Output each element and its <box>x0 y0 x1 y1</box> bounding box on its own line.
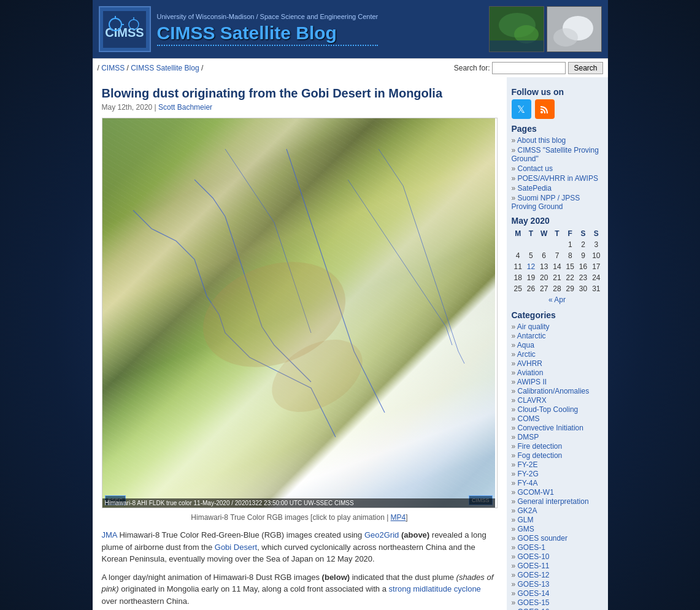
category-link[interactable]: Aqua <box>512 341 603 349</box>
pages-list-item[interactable]: Contact us <box>512 164 603 173</box>
svg-text:CIMSS: CIMSS <box>105 26 144 39</box>
category-link[interactable]: Fog detection <box>512 451 603 460</box>
post-author-link[interactable]: Scott Bachmeier <box>158 103 212 112</box>
calendar-row: 11121314151617 <box>512 261 603 272</box>
above-label: (above) <box>401 530 429 539</box>
post-title: Blowing dust originating from the Gobi D… <box>102 86 498 101</box>
category-link[interactable]: General interpretation <box>512 497 603 506</box>
rss-icon[interactable] <box>535 99 555 119</box>
pages-list-item[interactable]: Suomi NPP / JPSS Proving Ground <box>512 194 603 211</box>
categories-list: Air qualityAntarcticAquaArcticAVHRRAviat… <box>512 322 603 610</box>
breadcrumb: / CIMSS / CIMSS Satellite Blog / <box>98 64 204 72</box>
follow-icons: 𝕏 <box>512 99 603 119</box>
category-link[interactable]: FY-2E <box>512 460 603 469</box>
mp4-link[interactable]: MP4 <box>391 513 406 522</box>
university-line: University of Wisconsin-Madison / Space … <box>157 13 379 20</box>
calendar-nav: « Apr <box>512 294 603 305</box>
calendar-title: May 2020 <box>512 216 603 226</box>
content-area: Blowing dust originating from the Gobi D… <box>93 77 608 610</box>
pages-list-item[interactable]: SatePedia <box>512 184 603 193</box>
category-link[interactable]: GLM <box>512 516 603 524</box>
category-link[interactable]: GK2A <box>512 506 603 515</box>
category-link[interactable]: AVHRR <box>512 359 603 368</box>
search-area: Search for: Search <box>454 62 603 74</box>
main-content: Blowing dust originating from the Gobi D… <box>93 77 507 610</box>
post-satellite-image[interactable]: SSEC CIMSS Himawari-8 AHI FLDK true colo… <box>102 118 495 508</box>
category-link[interactable]: CLAVRX <box>512 396 603 405</box>
calendar-row: 123 <box>512 239 603 250</box>
calendar-row: 18192021222324 <box>512 272 603 283</box>
header-satellite-image-2 <box>547 6 602 52</box>
search-button[interactable]: Search <box>568 62 602 74</box>
image-caption-bar: Himawari-8 AHI FLDK true color 11-May-20… <box>102 498 495 508</box>
category-link[interactable]: Calibration/Anomalies <box>512 387 603 395</box>
category-link[interactable]: Antarctic <box>512 332 603 340</box>
sidebar: Follow us on 𝕏 Pages About this <box>507 77 608 610</box>
category-link[interactable]: FY-4A <box>512 479 603 487</box>
category-link[interactable]: Aviation <box>512 368 603 377</box>
calendar-row: 45678910 <box>512 250 603 261</box>
geo2grid-link[interactable]: Geo2Grid <box>364 530 399 539</box>
category-link[interactable]: FY-2G <box>512 470 603 478</box>
calendar-headers: MTWTFSS <box>512 228 603 239</box>
site-title: CIMSS Satellite Blog <box>157 23 379 46</box>
category-link[interactable]: GOES-13 <box>512 580 603 589</box>
post-paragraph-1: JMA Himawari-8 True Color Red-Green-Blue… <box>102 529 498 565</box>
follow-title: Follow us on <box>512 87 603 97</box>
category-link[interactable]: GOES-15 <box>512 598 603 607</box>
svg-rect-10 <box>490 40 544 52</box>
gobi-desert-link[interactable]: Gobi Desert <box>215 543 257 552</box>
category-link[interactable]: GOES-10 <box>512 552 603 561</box>
post-meta: May 12th, 2020 | Scott Bachmeier <box>102 103 498 112</box>
jma-link[interactable]: JMA <box>102 530 117 539</box>
category-link[interactable]: Convective Initiation <box>512 424 603 432</box>
calendar-day-link[interactable]: 12 <box>527 262 535 271</box>
category-link[interactable]: GOES-11 <box>512 562 603 570</box>
category-link[interactable]: Fire detection <box>512 442 603 451</box>
post-date: May 12th, 2020 <box>102 103 153 112</box>
category-link[interactable]: Air quality <box>512 322 603 331</box>
cyclone-link[interactable]: strong midlatitude cyclone <box>389 584 481 593</box>
pages-list: About this blogCIMSS "Satellite Proving … <box>512 136 603 211</box>
categories-title: Categories <box>512 310 603 320</box>
category-link[interactable]: GOES-12 <box>512 571 603 579</box>
image-bar-text: Himawari-8 AHI FLDK true color 11-May-20… <box>105 500 354 506</box>
cimss-link[interactable]: CIMSS <box>101 64 125 72</box>
nav-bar: / CIMSS / CIMSS Satellite Blog / Search … <box>93 58 608 77</box>
site-header: CIMSS University of Wisconsin-Madison / … <box>93 0 608 58</box>
search-input[interactable] <box>492 62 566 74</box>
calendar-row: 25262728293031 <box>512 283 603 294</box>
category-link[interactable]: COMS <box>512 414 603 423</box>
prev-month-link[interactable]: « Apr <box>548 295 566 304</box>
search-label: Search for: <box>454 64 490 72</box>
category-link[interactable]: GOES-14 <box>512 589 603 598</box>
category-link[interactable]: GMS <box>512 525 603 533</box>
pages-list-item[interactable]: About this blog <box>512 136 603 145</box>
twitter-icon[interactable]: 𝕏 <box>512 99 531 119</box>
calendar: MTWTFSS 12345678910111213141516171819202… <box>512 228 603 305</box>
svg-rect-14 <box>547 7 602 52</box>
calendar-body: 1234567891011121314151617181920212223242… <box>512 239 603 294</box>
header-images <box>489 6 602 52</box>
category-link[interactable]: DMSP <box>512 433 603 441</box>
pages-title: Pages <box>512 124 603 134</box>
header-satellite-image-1 <box>489 6 544 52</box>
pages-list-item[interactable]: CIMSS "Satellite Proving Ground" <box>512 146 603 163</box>
image-caption: Himawari-8 True Color RGB images [click … <box>102 513 498 522</box>
category-link[interactable]: Cloud-Top Cooling <box>512 405 603 414</box>
category-link[interactable]: AWIPS II <box>512 378 603 386</box>
below-label: (below) <box>322 573 350 582</box>
post-image-container[interactable]: SSEC CIMSS Himawari-8 AHI FLDK true colo… <box>102 118 498 508</box>
post-body: JMA Himawari-8 True Color Red-Green-Blue… <box>102 529 498 607</box>
category-link[interactable]: GCOM-W1 <box>512 488 603 497</box>
post-paragraph-2: A longer day/night animation of Himawari… <box>102 571 498 608</box>
category-link[interactable]: GOES-1 <box>512 543 603 552</box>
category-link[interactable]: Arctic <box>512 350 603 359</box>
category-link[interactable]: GOES sounder <box>512 534 603 543</box>
category-link[interactable]: GOES-16 <box>512 608 603 610</box>
blog-link[interactable]: CIMSS Satellite Blog <box>131 64 199 72</box>
svg-point-17 <box>540 111 543 113</box>
pages-list-item[interactable]: POES/AVHRR in AWIPS <box>512 174 603 183</box>
logo[interactable]: CIMSS <box>99 6 151 52</box>
header-text: University of Wisconsin-Madison / Space … <box>157 13 379 46</box>
